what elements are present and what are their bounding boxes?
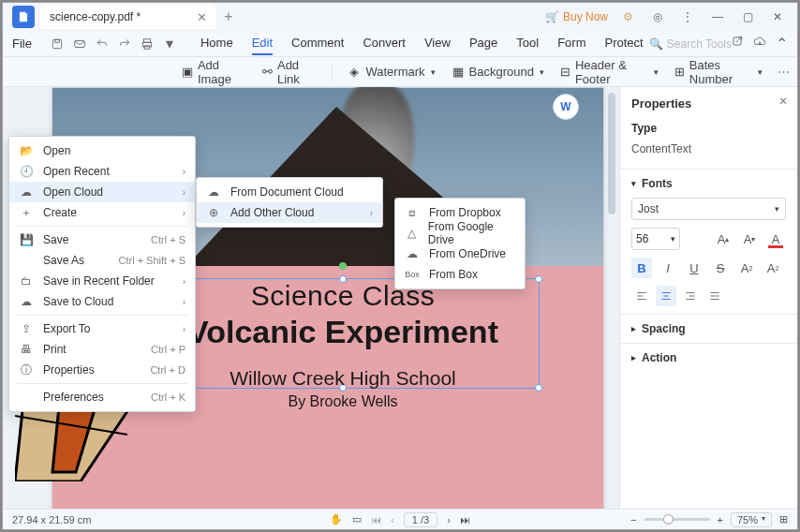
save-icon: 💾 [19, 233, 34, 246]
doc-heading-3[interactable]: Willow Creek High School [146, 367, 540, 390]
action-section[interactable]: ▸Action [631, 351, 786, 364]
new-tab-button[interactable]: + [224, 8, 232, 25]
file-menu-button[interactable]: File [3, 37, 41, 51]
redo-icon[interactable] [114, 34, 135, 54]
first-page-icon[interactable]: ⏮ [371, 514, 381, 525]
decrease-font-icon[interactable]: A▾ [739, 229, 760, 249]
align-center-button[interactable] [656, 286, 676, 306]
align-right-button[interactable] [680, 286, 701, 306]
svg-rect-1 [55, 39, 60, 42]
image-icon: ▣ [182, 65, 194, 80]
gift-icon[interactable]: ⚙ [617, 10, 638, 23]
add-image-button[interactable]: ▣Add Image [182, 58, 246, 86]
bates-number-button[interactable]: ⊞Bates Number▾ [674, 58, 763, 86]
zoom-slider[interactable] [644, 518, 710, 521]
menu-save-recent-folder[interactable]: 🗀Save in Recent Folder› [9, 271, 195, 291]
underline-button[interactable]: U [684, 258, 704, 278]
italic-button[interactable]: I [658, 258, 678, 278]
tab-home[interactable]: Home [200, 32, 233, 55]
prev-page-icon[interactable]: ‹ [391, 514, 394, 525]
menu-from-box[interactable]: BoxFrom Box [395, 264, 525, 285]
menu-export[interactable]: ⇪Export To› [9, 318, 195, 339]
hand-tool-icon[interactable]: ✋ [330, 513, 343, 525]
strikethrough-button[interactable]: S [710, 258, 731, 278]
mail-icon[interactable] [69, 34, 90, 54]
notification-icon[interactable]: ◎ [647, 10, 668, 23]
close-button[interactable]: ✕ [767, 10, 788, 23]
bold-button[interactable]: B [631, 258, 652, 278]
font-family-select[interactable]: Jost▾ [631, 198, 786, 220]
word-badge-icon[interactable]: W [553, 94, 579, 120]
print-icon[interactable] [137, 34, 157, 54]
more-icon[interactable]: ⋯ [778, 65, 790, 79]
tab-page[interactable]: Page [469, 32, 497, 55]
doc-heading-4[interactable]: By Brooke Wells [146, 393, 540, 410]
folder-icon: 🗀 [19, 274, 34, 288]
tab-comment[interactable]: Comment [291, 32, 344, 55]
save-icon[interactable] [47, 34, 67, 54]
share-icon[interactable] [731, 35, 744, 52]
align-justify-button[interactable] [704, 286, 725, 306]
maximize-button[interactable]: ▢ [737, 10, 758, 23]
dropbox-icon: ⧈ [405, 206, 420, 219]
tab-protect[interactable]: Protect [604, 32, 643, 55]
close-icon[interactable]: ✕ [197, 10, 207, 24]
kebab-icon[interactable]: ⋮ [677, 10, 698, 23]
last-page-icon[interactable]: ⏭ [460, 514, 470, 525]
cloud-icon: ☁ [206, 185, 221, 199]
menu-from-document-cloud[interactable]: ☁From Document Cloud [197, 182, 382, 202]
fonts-section[interactable]: ▾Fonts [631, 177, 786, 190]
align-left-button[interactable] [631, 286, 652, 306]
vertical-scrollbar[interactable] [608, 93, 615, 214]
menu-properties[interactable]: ⓘPropertiesCtrl + D [9, 360, 195, 380]
dropdown-icon[interactable]: ▾ [159, 34, 180, 54]
menu-print[interactable]: 🖶PrintCtrl + P [9, 339, 195, 360]
page-indicator[interactable]: 1 /3 [404, 512, 437, 527]
select-tool-icon[interactable]: ▭ [352, 513, 362, 525]
superscript-button[interactable]: A2 [736, 258, 757, 278]
menu-open-recent[interactable]: 🕘Open Recent› [9, 161, 195, 182]
buy-now-link[interactable]: 🛒 Buy Now [545, 10, 608, 23]
tab-edit[interactable]: Edit [252, 32, 273, 55]
menu-open[interactable]: 📂Open [9, 140, 195, 161]
collapse-icon[interactable]: ⌃ [776, 35, 788, 52]
increase-font-icon[interactable]: A▴ [713, 229, 733, 249]
next-page-icon[interactable]: › [447, 514, 451, 525]
menu-save-to-cloud[interactable]: ☁Save to Cloud› [9, 291, 195, 312]
menu-save[interactable]: 💾SaveCtrl + S [9, 229, 195, 250]
zoom-in-icon[interactable]: + [718, 514, 723, 525]
undo-icon[interactable] [92, 34, 112, 54]
minimize-button[interactable]: — [707, 10, 728, 23]
menu-save-as[interactable]: Save AsCtrl + Shift + S [9, 250, 195, 271]
menu-from-onedrive[interactable]: ☁From OneDrive [395, 244, 525, 264]
document-tab[interactable]: science-copy.pdf * ✕ [40, 5, 216, 29]
font-size-select[interactable]: 56▾ [631, 228, 680, 250]
zoom-select[interactable]: 75%▾ [731, 512, 772, 527]
menu-create[interactable]: ＋Create› [9, 202, 195, 223]
header-footer-button[interactable]: ⊟Header & Footer▾ [559, 58, 659, 86]
menu-from-google-drive[interactable]: △From Google Drive [395, 223, 525, 244]
add-cloud-icon: ⊕ [206, 206, 221, 219]
panel-close-icon[interactable]: ✕ [778, 95, 788, 108]
tab-convert[interactable]: Convert [363, 32, 406, 55]
rotate-handle[interactable] [339, 262, 347, 270]
zoom-out-icon[interactable]: − [630, 514, 636, 525]
link-icon: ⚯ [261, 65, 274, 80]
tab-view[interactable]: View [424, 32, 451, 55]
add-link-button[interactable]: ⚯Add Link [261, 58, 317, 86]
subscript-button[interactable]: A2 [763, 258, 783, 278]
doc-heading-2[interactable]: Volcanic Experiment [146, 314, 540, 350]
background-button[interactable]: ▦Background▾ [451, 65, 544, 80]
watermark-button[interactable]: ◈Watermark▾ [347, 65, 435, 80]
spacing-section[interactable]: ▸Spacing [631, 322, 786, 335]
menu-add-other-cloud[interactable]: ⊕Add Other Cloud› [197, 202, 382, 223]
font-color-icon[interactable]: A [765, 229, 786, 249]
cloud-icon[interactable] [753, 35, 766, 52]
tab-tool[interactable]: Tool [516, 32, 539, 55]
tab-form[interactable]: Form [557, 32, 585, 55]
recent-icon: 🕘 [19, 165, 34, 178]
svg-rect-3 [143, 38, 150, 42]
menu-preferences[interactable]: PreferencesCtrl + K [9, 387, 195, 407]
menu-open-cloud[interactable]: ☁Open Cloud› [9, 182, 195, 202]
fit-page-icon[interactable]: ⊞ [779, 513, 788, 525]
